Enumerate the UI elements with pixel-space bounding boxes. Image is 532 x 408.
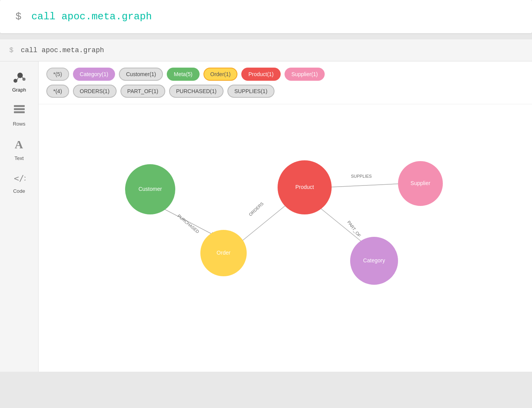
graph-visualization: PURCHASED ORDERS SUPPLIES PART_OF Custom… [39, 104, 532, 372]
node-product[interactable]: Product [278, 160, 332, 214]
secondary-command-header: $ call apoc.meta.graph [0, 39, 532, 61]
sidebar-graph-label: Graph [12, 87, 26, 93]
secondary-command-text: $ call apoc.meta.graph [9, 46, 104, 54]
svg-point-13 [398, 161, 443, 206]
edge-part-of [316, 205, 368, 246]
svg-rect-6 [14, 108, 25, 110]
pill-order[interactable]: Order(1) [203, 68, 238, 81]
pill-supplier[interactable]: Supplier(1) [285, 68, 325, 81]
pill-orders-rel[interactable]: ORDERS(1) [73, 85, 117, 98]
secondary-dollar: $ [9, 46, 14, 54]
code-icon: </> [13, 172, 25, 186]
top-command-bar: $ call apoc.meta.graph [0, 0, 532, 33]
svg-point-0 [14, 79, 17, 83]
svg-text:A: A [15, 138, 23, 151]
node-customer[interactable]: Customer [125, 164, 175, 214]
top-dollar: $ [15, 11, 22, 22]
svg-rect-5 [14, 105, 25, 107]
node-order[interactable]: Order [200, 230, 247, 276]
pill-purchased-rel[interactable]: PURCHASED(1) [169, 85, 224, 98]
graph-svg: PURCHASED ORDERS SUPPLIES PART_OF Custom… [46, 112, 524, 328]
rows-icon [13, 104, 25, 119]
content-area: Graph Rows A [0, 61, 532, 372]
top-command: call apoc.meta.graph [31, 11, 152, 22]
main-panel: $ call apoc.meta.graph Graph [0, 39, 532, 372]
sidebar-item-code[interactable]: </> Code [0, 167, 38, 199]
text-icon: A [13, 138, 25, 153]
node-supplier[interactable]: Supplier [398, 161, 443, 206]
pill-customer[interactable]: Customer(1) [119, 68, 163, 81]
sidebar-code-label: Code [13, 188, 25, 194]
sidebar-rows-label: Rows [13, 121, 25, 127]
pill-product[interactable]: Product(1) [241, 68, 280, 81]
svg-text:</>: </> [14, 173, 25, 183]
node-category[interactable]: Category [350, 237, 398, 285]
pill-category[interactable]: Category(1) [73, 68, 115, 81]
edge-label-purchased: PURCHASED [177, 213, 200, 234]
svg-line-3 [17, 76, 19, 80]
edge-supplies [324, 184, 405, 187]
sidebar-item-graph[interactable]: Graph [0, 65, 38, 98]
svg-point-15 [350, 237, 398, 285]
top-command-text: $ call apoc.meta.graph [15, 11, 152, 22]
svg-point-11 [125, 164, 175, 214]
graph-icon [12, 71, 26, 85]
pill-meta[interactable]: Meta(5) [167, 68, 199, 81]
secondary-command: call apoc.meta.graph [21, 46, 104, 54]
rel-pills-row: *(4) ORDERS(1) PART_OF(1) PURCHASED(1) S… [46, 85, 524, 98]
sidebar-item-text[interactable]: A Text [0, 132, 38, 167]
pill-all-nodes[interactable]: *(5) [46, 68, 69, 81]
edge-orders [239, 201, 291, 243]
sidebar: Graph Rows A [0, 61, 39, 372]
sidebar-item-rows[interactable]: Rows [0, 98, 38, 132]
pill-supplies-rel[interactable]: SUPPLIES(1) [227, 85, 274, 98]
sidebar-text-label: Text [15, 155, 24, 161]
pill-part-of-rel[interactable]: PART_OF(1) [120, 85, 165, 98]
filter-area: *(5) Category(1) Customer(1) Meta(5) Ord… [39, 61, 532, 104]
svg-point-12 [278, 160, 332, 214]
right-content: *(5) Category(1) Customer(1) Meta(5) Ord… [39, 61, 532, 372]
edge-label-supplies: SUPPLIES [351, 174, 372, 178]
edge-label-orders: ORDERS [248, 201, 264, 217]
svg-point-14 [200, 230, 247, 276]
svg-rect-7 [14, 111, 25, 113]
pill-all-rels[interactable]: *(4) [46, 85, 69, 98]
node-pills-row: *(5) Category(1) Customer(1) Meta(5) Ord… [46, 68, 524, 81]
